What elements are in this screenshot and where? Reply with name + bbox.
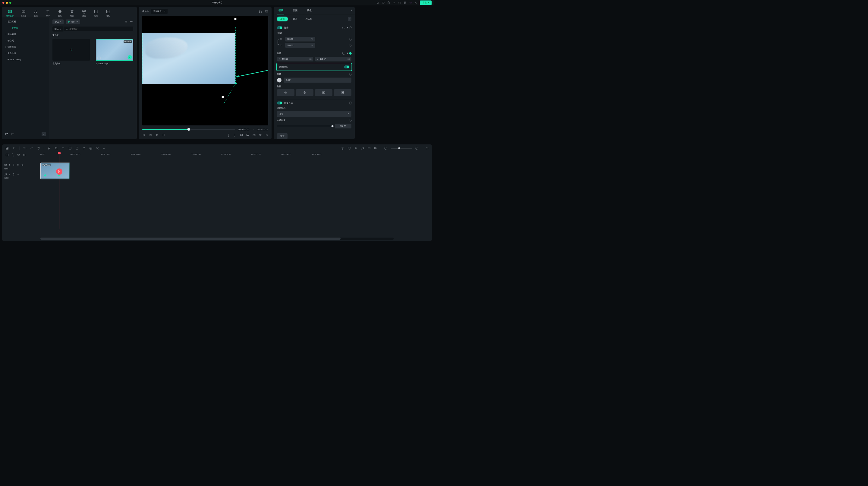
transform-toggle[interactable] <box>277 26 282 29</box>
sidebar-item-cloud[interactable]: 云空间 <box>2 38 49 44</box>
scale-x-keyframe[interactable] <box>349 38 352 41</box>
scale-y-keyframe[interactable] <box>349 44 352 47</box>
search-input[interactable] <box>69 28 131 30</box>
search-box[interactable] <box>63 27 133 31</box>
opacity-keyframe-button[interactable] <box>349 119 352 122</box>
scrub-bar[interactable] <box>142 129 235 130</box>
position-keyframe-button[interactable] <box>349 52 352 55</box>
media-item-vid1[interactable]: 00:00:05✓My Video.mp4 <box>96 39 133 65</box>
filter-icon[interactable] <box>124 21 127 24</box>
flip-copy-h-button[interactable] <box>315 89 333 96</box>
timeline-ruler[interactable]: 00:0000:00:05:0000:00:10:0000:00:15:0000… <box>40 153 432 162</box>
subtab-mask[interactable]: 遮罩 <box>290 17 301 22</box>
rotation-keyframe-button[interactable] <box>349 73 352 76</box>
apps-icon[interactable] <box>404 1 406 4</box>
folder-icon[interactable] <box>11 133 14 136</box>
track-view-icon[interactable] <box>425 147 429 150</box>
more-tools-icon[interactable]: » <box>103 147 104 150</box>
rotation-dial[interactable] <box>277 78 281 82</box>
prop-tab-video[interactable]: 视频 <box>274 7 288 14</box>
tl-link-icon[interactable] <box>11 153 14 157</box>
sort-select[interactable]: 默认 <box>53 27 63 32</box>
cut-button[interactable] <box>56 169 62 175</box>
stop-button[interactable] <box>162 133 165 136</box>
timeline-scrollbar[interactable] <box>40 238 394 240</box>
volume-icon[interactable] <box>259 133 262 136</box>
prop-tab-color[interactable]: 颜色 <box>302 7 316 14</box>
zoom-slider[interactable] <box>391 148 412 149</box>
position-y-input[interactable]: Y395.67px <box>315 57 352 61</box>
flip-copy-v-button[interactable] <box>334 89 351 96</box>
prop-tab-audio[interactable]: 音频 <box>288 7 302 14</box>
zoom-out-icon[interactable] <box>384 147 388 150</box>
flip-horizontal-button[interactable] <box>277 89 294 96</box>
track-head-v1[interactable]: 1视频 1 <box>4 164 38 170</box>
tab-filter[interactable]: 滤镜 <box>82 9 87 18</box>
media-item-import[interactable]: +导入媒体 <box>53 39 90 65</box>
fullscreen-icon[interactable] <box>265 133 268 136</box>
minimize-window[interactable] <box>6 2 8 4</box>
record-icon[interactable] <box>376 1 379 4</box>
reset-position-button[interactable] <box>342 52 345 55</box>
scale-y-input[interactable]: 100.00% <box>285 43 315 48</box>
sidebar-item-folder[interactable]: 文件夹 <box>2 25 49 31</box>
tab-stock[interactable]: 素材库 <box>21 9 26 18</box>
sidebar-item-project[interactable]: 项目素材 <box>2 19 49 25</box>
track-lanes[interactable]: My Video <box>40 162 432 238</box>
prop-tabs-scroll-right[interactable] <box>347 7 355 14</box>
position-x-input[interactable]: X-590.00px <box>277 57 313 61</box>
quality-select[interactable]: 完整画质 <box>151 9 167 14</box>
export-button[interactable]: 导出 <box>420 1 432 5</box>
subtab-more[interactable] <box>348 17 351 21</box>
cart-icon[interactable] <box>409 1 412 4</box>
keyframe-handle[interactable] <box>222 96 224 98</box>
sidebar-item-adjust[interactable]: 调整图层 <box>2 44 49 50</box>
opacity-input[interactable]: 100.00 <box>335 124 351 129</box>
scale-x-input[interactable]: 100.00% <box>285 37 315 41</box>
record-button[interactable]: 录制 <box>66 20 80 24</box>
tab-sticker[interactable]: 贴纸 <box>94 9 98 18</box>
video-frame[interactable] <box>142 33 236 84</box>
display-icon[interactable] <box>382 1 384 4</box>
save-icon[interactable] <box>387 1 390 4</box>
account-icon[interactable] <box>414 1 417 4</box>
text-tool-icon[interactable] <box>61 147 65 150</box>
grid-view-icon[interactable] <box>259 10 262 13</box>
headphones-icon[interactable] <box>398 1 401 4</box>
undo-icon[interactable] <box>23 147 27 150</box>
play-button[interactable] <box>156 133 159 136</box>
sidebar-item-photos[interactable]: Photos Library <box>2 57 49 63</box>
snapshot-icon[interactable] <box>265 10 268 13</box>
zoom-in-icon[interactable] <box>415 147 418 150</box>
track-head-a1[interactable]: 1音频 1 <box>4 173 38 179</box>
sidebar-item-compound[interactable]: 复合片段 <box>2 50 49 57</box>
mark-out-button[interactable]: } <box>233 133 237 136</box>
select-tool-icon[interactable] <box>12 147 16 150</box>
path-curve-toggle[interactable] <box>344 65 350 68</box>
rotation-input[interactable]: 0.00° <box>284 78 351 83</box>
reset-transform-button[interactable] <box>342 27 345 29</box>
keyframe-tool-icon[interactable] <box>82 147 86 150</box>
music-icon[interactable] <box>361 147 364 150</box>
tab-effect[interactable]: 特效 <box>70 9 74 18</box>
collapse-sidebar-button[interactable] <box>41 132 46 136</box>
cloud-icon[interactable] <box>393 1 396 4</box>
blend-mode-select[interactable]: 正常 <box>277 111 351 117</box>
more-icon[interactable] <box>130 21 133 23</box>
subtab-basic[interactable]: 基础 <box>277 17 288 22</box>
tab-my-media[interactable]: 我的素材 <box>6 9 13 18</box>
timeline-clip[interactable]: My Video <box>40 163 70 179</box>
tab-transition[interactable]: 转场 <box>58 9 62 18</box>
display-settings-icon[interactable] <box>246 133 249 136</box>
auto-icon[interactable] <box>341 147 344 150</box>
redo-icon[interactable] <box>30 147 33 150</box>
camera-icon[interactable] <box>253 133 255 136</box>
crop-icon[interactable] <box>55 147 58 150</box>
playhead[interactable] <box>59 153 59 229</box>
close-window[interactable] <box>2 2 4 4</box>
opacity-slider[interactable] <box>277 126 333 127</box>
new-folder-icon[interactable] <box>5 133 8 136</box>
chroma-icon[interactable] <box>96 147 99 150</box>
shield-icon[interactable] <box>347 147 351 150</box>
compositing-keyframe-button[interactable] <box>349 101 352 104</box>
